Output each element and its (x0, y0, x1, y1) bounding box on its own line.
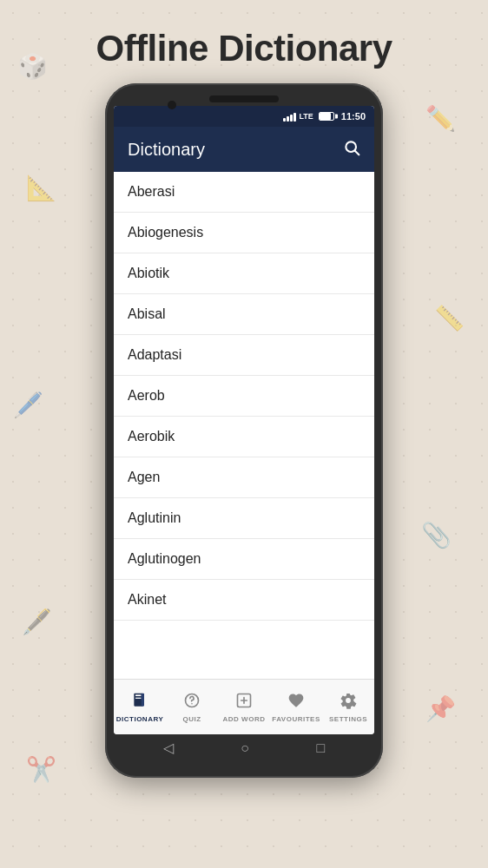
word-item[interactable]: Agen (114, 457, 374, 498)
nav-label-settings: SETTINGS (329, 715, 367, 723)
svg-rect-5 (142, 693, 144, 706)
nav-item-addword[interactable]: ADD WORD (218, 692, 270, 723)
word-item[interactable]: Aglutinin (114, 498, 374, 539)
network-type: LTE (300, 112, 313, 121)
word-item[interactable]: Abisal (114, 294, 374, 335)
phone-top (112, 95, 376, 102)
phone-container: LTE 11:50 Dictionary AberasiAbiogenesisA… (105, 83, 383, 778)
nav-item-quiz[interactable]: QUIZ (166, 692, 218, 723)
svg-rect-3 (135, 694, 142, 696)
nav-icon-dictionary (131, 692, 148, 713)
nav-label-favourites: FAVOURITES (272, 715, 320, 723)
nav-item-settings[interactable]: SETTINGS (322, 692, 374, 723)
signal-indicator (283, 111, 296, 122)
word-item[interactable]: Adaptasi (114, 335, 374, 376)
svg-point-7 (191, 702, 193, 704)
bottom-navigation: DICTIONARY QUIZ ADD WORD FAVOURITES SETT… (114, 679, 374, 734)
app-header-title: Dictionary (128, 140, 205, 160)
nav-label-addword: ADD WORD (223, 715, 266, 723)
nav-label-dictionary: DICTIONARY (116, 715, 163, 723)
word-item[interactable]: Abiogenesis (114, 213, 374, 253)
word-item[interactable]: Aglutinogen (114, 539, 374, 580)
nav-icon-favourites (287, 692, 305, 713)
word-item[interactable]: Aerob (114, 376, 374, 417)
word-item[interactable]: Aberasi (114, 172, 374, 213)
svg-rect-4 (135, 697, 142, 698)
nav-icon-settings (340, 692, 357, 713)
app-header: Dictionary (114, 127, 374, 172)
nav-item-dictionary[interactable]: DICTIONARY (114, 692, 166, 723)
nav-icon-addword (235, 692, 253, 713)
phone-speaker (209, 95, 279, 102)
search-button[interactable] (343, 139, 360, 161)
word-list: AberasiAbiogenesisAbiotikAbisalAdaptasiA… (114, 172, 374, 679)
home-button[interactable]: ○ (241, 740, 249, 756)
status-icons: LTE 11:50 (283, 111, 366, 122)
battery-indicator (319, 112, 334, 121)
back-button[interactable]: ◁ (163, 740, 174, 756)
svg-line-1 (355, 150, 359, 155)
page-title: Offline Dictionary (96, 28, 392, 69)
word-item[interactable]: Aerobik (114, 417, 374, 457)
nav-item-favourites[interactable]: FAVOURITES (270, 692, 322, 723)
phone-nav-buttons: ◁ ○ □ (112, 740, 376, 756)
word-item[interactable]: Akinet (114, 580, 374, 621)
word-item[interactable]: Abiotik (114, 253, 374, 294)
nav-icon-quiz (183, 692, 201, 713)
nav-label-quiz: QUIZ (182, 715, 201, 723)
phone-screen: LTE 11:50 Dictionary AberasiAbiogenesisA… (114, 106, 374, 734)
recent-button[interactable]: □ (317, 740, 326, 756)
status-time: 11:50 (341, 111, 366, 122)
status-bar: LTE 11:50 (114, 106, 374, 127)
phone-camera (168, 101, 176, 109)
